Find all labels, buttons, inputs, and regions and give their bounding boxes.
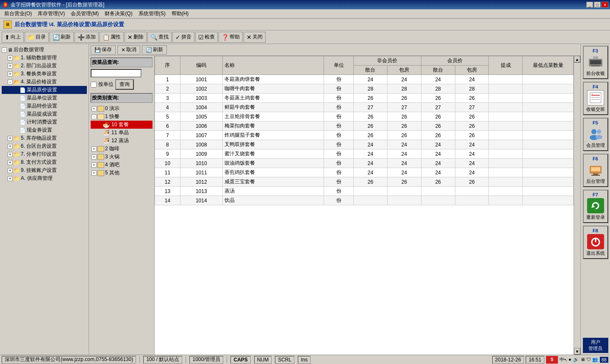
filter-query-button[interactable]: 查询 (115, 79, 134, 90)
refresh-button[interactable]: 🔄 刷新 (142, 45, 167, 55)
window-controls: _ □ ✕ (586, 2, 608, 8)
menu-qiantai[interactable]: 前台营业(O) (2, 9, 34, 18)
cat-item-10[interactable]: 🍜 10 套餐 (91, 121, 152, 129)
sidebar-item-5[interactable]: + 📁 5. 库存物品设置 (2, 134, 87, 142)
cat-item-3[interactable]: + 3 火锅 (91, 153, 152, 161)
table-row[interactable]: 11001冬菇蒸肉饼套餐份24242424 (155, 75, 574, 84)
close-button[interactable]: ✕ (602, 2, 608, 8)
f4-button[interactable]: F4 ✓ 收银交班 (583, 82, 608, 115)
vertical-scrollbar[interactable]: ▲ ▼ (574, 56, 580, 355)
table-row[interactable]: 21002咖喱牛肉套餐份28282828 (155, 84, 574, 94)
svg-point-12 (596, 135, 602, 139)
cat-item-4[interactable]: + 4 酒吧 (91, 161, 152, 169)
table-row[interactable]: 81008叉鸭双拼套餐份24242424 (155, 140, 574, 149)
table-cell: 1 (155, 75, 180, 84)
svg-text:✓: ✓ (591, 93, 593, 95)
cat-item-2[interactable]: + 2 咖啡 (91, 145, 152, 153)
table-cell (421, 187, 455, 196)
toolbar-check-button[interactable]: ☑ 检查 (195, 32, 218, 43)
sidebar-item-7[interactable]: + 📁 7. 分单打印设置 (2, 150, 87, 158)
expand-icon: + (8, 168, 13, 173)
f7-button[interactable]: F7 重新登录 (583, 190, 608, 223)
scroll-down-arrow[interactable]: ▼ (574, 348, 580, 355)
table-cell: 26 (354, 177, 388, 187)
minimize-button[interactable]: _ (586, 2, 593, 8)
table-row[interactable]: 31003冬菇蒸土鸡套餐份26262626 (155, 94, 574, 103)
restore-button[interactable]: □ (594, 2, 601, 8)
table-row[interactable]: 91009蜜汁叉烧套餐份24242424 (155, 149, 574, 159)
toolbar-find-button[interactable]: 🔍 查找 (147, 32, 172, 43)
cat-item-1[interactable]: - 1 快餐 (91, 113, 152, 121)
sidebar-item-ticheng[interactable]: 📄 菜品提成设置 (2, 110, 87, 118)
status-extra: 中•, ● (560, 356, 571, 363)
table-cell (489, 159, 523, 168)
sidebar-item-tejia[interactable]: 📄 菜品特价设置 (2, 102, 87, 110)
close-icon: ✕ (247, 34, 252, 41)
sidebar-item-xianjin[interactable]: 📄 现金券设置 (2, 126, 87, 134)
table-row[interactable]: 71007炸鸡腿茄子套餐份26262626 (155, 131, 574, 140)
f8-icon-area (587, 234, 604, 249)
col-header-nm-room: 包房 (387, 66, 421, 75)
toolbar-attr-button[interactable]: 📋 属性 (100, 32, 124, 43)
f6-button[interactable]: F6 后台管理 (583, 154, 608, 187)
scroll-up-arrow[interactable]: ▲ (574, 56, 580, 63)
sidebar-item-8[interactable]: + 📁 8. 支付方式设置 (2, 158, 87, 166)
cancel-icon: ✕ (121, 47, 125, 53)
table-cell (455, 187, 489, 196)
table-row[interactable]: 141014饮品份 (155, 196, 574, 205)
cat-item-0[interactable]: + 0 演示 (91, 105, 152, 113)
sidebar-item-3[interactable]: + 📁 3. 餐换类单设置 (2, 70, 87, 78)
sidebar-item-6[interactable]: + 📁 6. 台区台房设置 (2, 142, 87, 150)
menu-bangzhu[interactable]: 帮助(H) (169, 9, 191, 18)
table-row[interactable]: 51005土豆炝排骨套餐份26262626 (155, 112, 574, 121)
table-row[interactable]: 131013蒸汤份 (155, 187, 574, 196)
refresh-icon: 🔄 (146, 47, 152, 53)
sidebar-item-1[interactable]: + 📁 1. 辅助数据管理 (2, 54, 87, 62)
f5-label: 会员管理 (586, 142, 605, 149)
toolbar-spell-button[interactable]: ✓ 拼音 (172, 32, 194, 43)
sidebar-item-a[interactable]: + 📁 A. 供应商管理 (2, 174, 87, 182)
sidebar-item-danwei[interactable]: 📄 菜品单位设置 (2, 94, 87, 102)
table-row[interactable]: 121012咸蛋三宝套餐份26262626 (155, 177, 574, 187)
cat-item-11[interactable]: 🍜 11 单品 (91, 129, 152, 137)
table-row[interactable]: 41004鲜菇牛肉套餐份27272727 (155, 103, 574, 112)
f3-button[interactable]: F3 前台收银 (583, 46, 608, 79)
table-cell: 27 (421, 103, 455, 112)
sidebar-item-jishi[interactable]: 📄 计时消费设置 (2, 118, 87, 126)
toolbar-close-button[interactable]: ✕ 关闭 (244, 32, 266, 43)
add-icon: ➕ (78, 34, 85, 41)
save-button[interactable]: 💾 保存 (91, 45, 116, 55)
table-cell: 2 (155, 84, 180, 94)
cat-item-12[interactable]: 🍜 12 蒸汤 (91, 137, 152, 145)
table-cell: 香煎鸡扒套餐 (222, 168, 324, 177)
menu-kucun[interactable]: 库存管理(V) (35, 9, 67, 18)
menu-huiyuan[interactable]: 会员管理(M) (68, 9, 101, 18)
f8-button[interactable]: F8 退出系统 (583, 226, 608, 259)
toolbar-add-button[interactable]: ➕ 添加 (75, 32, 99, 43)
table-cell: 14 (155, 196, 180, 205)
table-row[interactable]: 101010豉油鸡饭套餐份24242424 (155, 159, 574, 168)
table-row[interactable]: 111011香煎鸡扒套餐份24242424 (155, 168, 574, 177)
sidebar-item-9[interactable]: + 📁 9. 挂账账户设置 (2, 166, 87, 174)
toolbar-up-button[interactable]: ⬆ 向上 (2, 32, 24, 43)
sidebar-item-root[interactable]: - 🖥 后台数据管理 (2, 46, 87, 54)
f5-button[interactable]: F5 会员管理 (583, 118, 608, 151)
table-cell (523, 159, 574, 168)
table-cell: 24 (354, 159, 388, 168)
filter-unit-checkbox[interactable] (91, 82, 97, 88)
toolbar-refresh-button[interactable]: 🔄 刷新 (50, 32, 74, 43)
toolbar-delete-button[interactable]: ✕ 删除 (125, 32, 147, 43)
sidebar-item-yuanjia[interactable]: 📄 菜品原价设置 (2, 86, 87, 94)
sidebar-item-2[interactable]: + 📁 2. 部门出品设置 (2, 62, 87, 70)
svg-rect-14 (591, 167, 600, 171)
menu-xitong[interactable]: 系统管理(S) (136, 9, 168, 18)
table-cell (523, 84, 574, 94)
toolbar-help-button[interactable]: ❓ 帮助 (219, 32, 243, 43)
cancel-button[interactable]: ✕ 取消 (117, 45, 140, 55)
sidebar-item-4[interactable]: - 📂 4. 菜品价格设置 (2, 78, 87, 86)
menu-caiwu[interactable]: 财务决策(Q) (102, 9, 135, 18)
table-row[interactable]: 61006梅菜扣肉套餐份26262626 (155, 121, 574, 131)
toolbar-dir-button[interactable]: 📁 目录 (25, 32, 49, 43)
filter-dish-input[interactable] (91, 69, 141, 77)
cat-item-5[interactable]: + 5 其他 (91, 169, 152, 177)
